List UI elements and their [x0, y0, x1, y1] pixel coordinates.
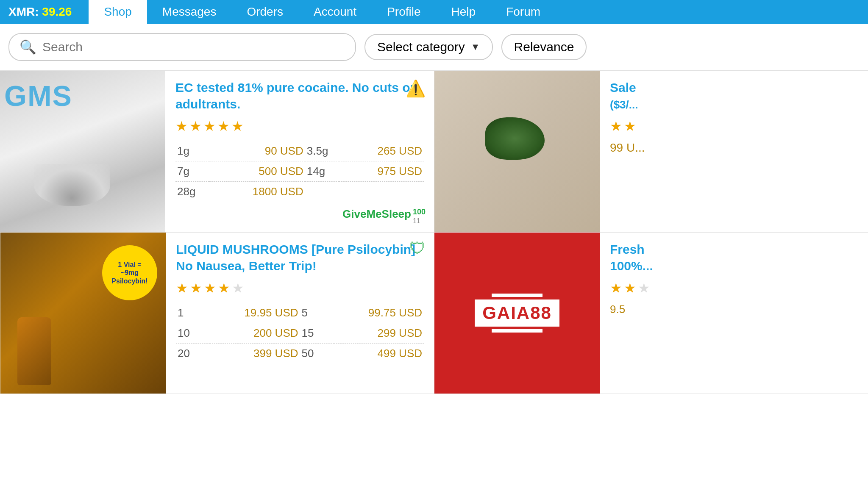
product-info-cocaine: EC tested 81% pure cocaine. No cuts or a…	[165, 71, 434, 232]
qty-50: 50	[300, 344, 334, 364]
price-row: 1g 90 USD 3.5g 265 USD	[175, 141, 424, 161]
product-card-weed: Sale($3/... ★ ★ 99 U...	[434, 70, 868, 232]
product-stars-mushrooms: ★ ★ ★ ★ ★	[176, 280, 424, 296]
price-50: 499 USD	[334, 344, 424, 364]
star-3: ★	[203, 118, 216, 134]
product-info-weed: Sale($3/... ★ ★ 99 U...	[600, 71, 868, 232]
search-box: 🔍	[8, 33, 356, 61]
qty-28g: 28g	[175, 182, 209, 202]
price-20: 399 USD	[210, 344, 300, 364]
product-price-weed: 99 U...	[610, 141, 858, 155]
price-empty	[339, 182, 424, 202]
product-image-gaia[interactable]: GAIA88	[434, 233, 600, 394]
qty-7g: 7g	[175, 161, 209, 182]
chevron-down-icon: ▼	[471, 42, 480, 53]
price-14g: 975 USD	[339, 161, 424, 182]
price-1: 19.95 USD	[210, 303, 300, 323]
qty-1: 1	[176, 303, 210, 323]
star-2: ★	[624, 280, 636, 296]
price-table-cocaine: 1g 90 USD 3.5g 265 USD 7g 500 USD 14g 97…	[175, 141, 424, 202]
product-image-overlay: GMS	[4, 79, 72, 112]
product-title-weed[interactable]: Sale($3/...	[610, 79, 858, 112]
price-table-mushrooms: 1 19.95 USD 5 99.75 USD 10 200 USD 15 29…	[176, 303, 424, 363]
star-5: ★	[232, 280, 244, 296]
star-3: ★	[204, 280, 216, 296]
product-grid: GMS EC tested 81% pure cocaine. No cuts …	[0, 70, 868, 394]
seller-info-cocaine: GiveMeSleep 100 11	[342, 208, 426, 225]
product-card-gaia: GAIA88 Fresh100%... ★ ★ ★ 9.5	[434, 232, 868, 394]
nav-account[interactable]: Account	[298, 0, 372, 24]
price-row: 7g 500 USD 14g 975 USD	[175, 161, 424, 182]
search-bar: 🔍 Select category ▼ Relevance	[0, 24, 868, 70]
qty-20: 20	[176, 344, 210, 364]
product-image-weed[interactable]	[434, 71, 600, 232]
navigation: XMR: 39.26 Shop Messages Orders Account …	[0, 0, 868, 24]
qty-14g: 14g	[305, 161, 339, 182]
star-2: ★	[190, 280, 202, 296]
star-4: ★	[217, 118, 230, 134]
qty-1g: 1g	[175, 141, 209, 161]
seller-score-bot-cocaine: 11	[413, 217, 426, 225]
warning-icon: ⚠️	[406, 79, 426, 98]
mushroom-badge: 1 Vial =~9mgPsilocybin!	[102, 245, 157, 300]
product-stars-cocaine: ★ ★ ★ ★ ★	[175, 118, 424, 134]
price-28g: 1800 USD	[209, 182, 305, 202]
star-5: ★	[231, 118, 244, 134]
price-row: 1 19.95 USD 5 99.75 USD	[176, 303, 424, 323]
product-title-mushrooms[interactable]: LIQUID MUSHROOMS [Pure Psilocybin] No Na…	[176, 241, 424, 274]
xmr-balance: XMR: 39.26	[8, 5, 72, 19]
star-1: ★	[175, 118, 188, 134]
price-row: 20 399 USD 50 499 USD	[176, 344, 424, 364]
search-icon: 🔍	[19, 39, 36, 55]
product-stars-gaia: ★ ★ ★	[610, 280, 858, 296]
nav-links: Shop Messages Orders Account Profile Hel…	[89, 0, 556, 24]
seller-score-top-cocaine: 100	[413, 208, 426, 216]
star-2: ★	[624, 118, 636, 134]
product-image-mushrooms[interactable]: 1 Vial =~9mgPsilocybin!	[0, 233, 166, 394]
relevance-dropdown[interactable]: Relevance	[501, 34, 587, 60]
price-7g: 500 USD	[209, 161, 305, 182]
qty-10: 10	[176, 323, 210, 344]
nav-profile[interactable]: Profile	[372, 0, 436, 24]
price-5: 99.75 USD	[334, 303, 424, 323]
star-1: ★	[176, 280, 188, 296]
product-price-gaia: 9.5	[610, 303, 858, 316]
category-label: Select category	[377, 40, 465, 54]
gaia-text: GAIA88	[475, 299, 559, 327]
seller-name-cocaine[interactable]: GiveMeSleep	[342, 208, 411, 221]
gaia-logo: GAIA88	[475, 294, 559, 333]
star-3: ★	[638, 280, 650, 296]
qty-5: 5	[300, 303, 334, 323]
star-4: ★	[218, 280, 230, 296]
nav-orders[interactable]: Orders	[231, 0, 298, 24]
qty-35g: 3.5g	[305, 141, 339, 161]
product-card-mushrooms: 1 Vial =~9mgPsilocybin! LIQUID MUSHROOMS…	[0, 232, 434, 394]
product-info-gaia: Fresh100%... ★ ★ ★ 9.5	[600, 233, 868, 394]
nav-shop[interactable]: Shop	[89, 0, 147, 24]
nav-help[interactable]: Help	[436, 0, 491, 24]
qty-15: 15	[300, 323, 334, 344]
price-35g: 265 USD	[339, 141, 424, 161]
star-1: ★	[610, 280, 622, 296]
price-row: 10 200 USD 15 299 USD	[176, 323, 424, 344]
shield-check-icon: 🛡	[409, 239, 426, 258]
price-10: 200 USD	[210, 323, 300, 344]
nav-forum[interactable]: Forum	[491, 0, 556, 24]
star-1: ★	[610, 118, 622, 134]
product-stars-weed: ★ ★	[610, 118, 858, 134]
price-15: 299 USD	[334, 323, 424, 344]
qty-empty	[305, 182, 339, 202]
relevance-label: Relevance	[514, 40, 574, 54]
price-row: 28g 1800 USD	[175, 182, 424, 202]
star-2: ★	[189, 118, 202, 134]
nav-messages[interactable]: Messages	[147, 0, 232, 24]
category-dropdown[interactable]: Select category ▼	[364, 34, 493, 60]
search-input[interactable]	[42, 40, 345, 54]
product-card-cocaine: GMS EC tested 81% pure cocaine. No cuts …	[0, 70, 434, 232]
product-info-mushrooms: LIQUID MUSHROOMS [Pure Psilocybin] No Na…	[166, 233, 434, 394]
product-title-cocaine[interactable]: EC tested 81% pure cocaine. No cuts or a…	[175, 79, 424, 112]
product-title-gaia[interactable]: Fresh100%...	[610, 241, 858, 274]
price-1g: 90 USD	[209, 141, 305, 161]
product-image-cocaine[interactable]: GMS	[0, 71, 165, 232]
